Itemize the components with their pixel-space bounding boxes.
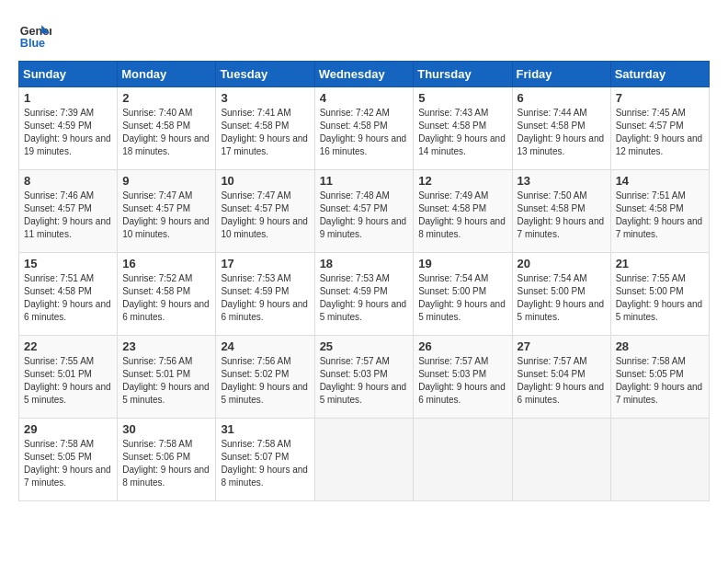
day-number: 23 [122, 339, 210, 353]
weekday-header: Thursday [414, 62, 512, 87]
day-info: Sunrise: 7:55 AM Sunset: 5:00 PM Dayligh… [616, 272, 704, 324]
day-info: Sunrise: 7:58 AM Sunset: 5:05 PM Dayligh… [616, 355, 704, 407]
calendar-day-cell: 10 Sunrise: 7:47 AM Sunset: 4:57 PM Dayl… [216, 170, 314, 253]
day-number: 26 [418, 339, 506, 353]
day-number: 6 [518, 91, 606, 105]
day-info: Sunrise: 7:56 AM Sunset: 5:01 PM Dayligh… [122, 355, 210, 407]
calendar-day-cell: 20 Sunrise: 7:54 AM Sunset: 5:00 PM Dayl… [512, 253, 610, 336]
weekday-header-row: SundayMondayTuesdayWednesdayThursdayFrid… [19, 62, 710, 87]
calendar-day-cell: 17 Sunrise: 7:53 AM Sunset: 4:59 PM Dayl… [216, 253, 314, 336]
calendar-week-row: 1 Sunrise: 7:39 AM Sunset: 4:59 PM Dayli… [19, 87, 710, 170]
day-number: 21 [616, 257, 704, 270]
day-number: 27 [518, 339, 606, 353]
calendar-day-cell: 28 Sunrise: 7:58 AM Sunset: 5:05 PM Dayl… [610, 336, 709, 419]
day-number: 2 [122, 91, 210, 105]
calendar-day-cell: 9 Sunrise: 7:47 AM Sunset: 4:57 PM Dayli… [118, 170, 216, 253]
calendar-day-cell: 19 Sunrise: 7:54 AM Sunset: 5:00 PM Dayl… [414, 253, 512, 336]
day-number: 12 [418, 174, 506, 188]
calendar-day-cell: 6 Sunrise: 7:44 AM Sunset: 4:58 PM Dayli… [512, 87, 610, 170]
day-number: 4 [320, 91, 409, 105]
calendar-day-cell: 18 Sunrise: 7:53 AM Sunset: 4:59 PM Dayl… [314, 253, 414, 336]
calendar-day-cell: 11 Sunrise: 7:48 AM Sunset: 4:57 PM Dayl… [314, 170, 414, 253]
day-info: Sunrise: 7:57 AM Sunset: 5:03 PM Dayligh… [320, 355, 409, 407]
calendar-day-cell: 3 Sunrise: 7:41 AM Sunset: 4:58 PM Dayli… [216, 87, 314, 170]
day-info: Sunrise: 7:48 AM Sunset: 4:57 PM Dayligh… [320, 190, 409, 241]
calendar-day-cell: 31 Sunrise: 7:58 AM Sunset: 5:07 PM Dayl… [216, 419, 314, 501]
calendar-day-cell: 5 Sunrise: 7:43 AM Sunset: 4:58 PM Dayli… [414, 87, 512, 170]
calendar-day-cell: 26 Sunrise: 7:57 AM Sunset: 5:03 PM Dayl… [414, 336, 512, 419]
day-info: Sunrise: 7:53 AM Sunset: 4:59 PM Dayligh… [221, 272, 309, 324]
day-number: 24 [221, 339, 309, 353]
day-info: Sunrise: 7:41 AM Sunset: 4:58 PM Dayligh… [221, 107, 309, 158]
day-number: 14 [616, 174, 704, 188]
calendar-day-cell [414, 419, 512, 501]
day-number: 31 [221, 422, 309, 436]
day-info: Sunrise: 7:55 AM Sunset: 5:01 PM Dayligh… [24, 355, 112, 407]
calendar-day-cell: 16 Sunrise: 7:52 AM Sunset: 4:58 PM Dayl… [118, 253, 216, 336]
day-number: 30 [122, 422, 210, 436]
day-info: Sunrise: 7:47 AM Sunset: 4:57 PM Dayligh… [221, 190, 309, 241]
calendar-week-row: 15 Sunrise: 7:51 AM Sunset: 4:58 PM Dayl… [19, 253, 710, 336]
day-number: 18 [320, 257, 409, 270]
day-info: Sunrise: 7:43 AM Sunset: 4:58 PM Dayligh… [418, 107, 506, 158]
calendar-day-cell: 8 Sunrise: 7:46 AM Sunset: 4:57 PM Dayli… [19, 170, 118, 253]
day-number: 15 [24, 257, 112, 270]
calendar-day-cell: 4 Sunrise: 7:42 AM Sunset: 4:58 PM Dayli… [314, 87, 414, 170]
calendar-week-row: 22 Sunrise: 7:55 AM Sunset: 5:01 PM Dayl… [19, 336, 710, 419]
day-info: Sunrise: 7:51 AM Sunset: 4:58 PM Dayligh… [24, 272, 112, 324]
calendar-week-row: 8 Sunrise: 7:46 AM Sunset: 4:57 PM Dayli… [19, 170, 710, 253]
calendar-day-cell [512, 419, 610, 501]
calendar-day-cell: 22 Sunrise: 7:55 AM Sunset: 5:01 PM Dayl… [19, 336, 118, 419]
calendar-day-cell: 21 Sunrise: 7:55 AM Sunset: 5:00 PM Dayl… [610, 253, 709, 336]
day-number: 3 [221, 91, 309, 105]
day-info: Sunrise: 7:42 AM Sunset: 4:58 PM Dayligh… [320, 107, 409, 158]
weekday-header: Monday [118, 62, 216, 87]
day-info: Sunrise: 7:52 AM Sunset: 4:58 PM Dayligh… [122, 272, 210, 324]
page-header: General Blue [18, 18, 710, 52]
day-number: 25 [320, 339, 409, 353]
day-info: Sunrise: 7:40 AM Sunset: 4:58 PM Dayligh… [122, 107, 210, 158]
day-number: 11 [320, 174, 409, 188]
day-number: 16 [122, 257, 210, 270]
calendar-day-cell [314, 419, 414, 501]
day-number: 20 [518, 257, 606, 270]
day-info: Sunrise: 7:54 AM Sunset: 5:00 PM Dayligh… [418, 272, 506, 324]
svg-text:Blue: Blue [20, 37, 45, 50]
day-number: 13 [518, 174, 606, 188]
day-number: 9 [122, 174, 210, 188]
day-number: 8 [24, 174, 112, 188]
weekday-header: Saturday [610, 62, 709, 87]
day-info: Sunrise: 7:39 AM Sunset: 4:59 PM Dayligh… [24, 107, 112, 158]
calendar-day-cell: 12 Sunrise: 7:49 AM Sunset: 4:58 PM Dayl… [414, 170, 512, 253]
calendar-day-cell: 27 Sunrise: 7:57 AM Sunset: 5:04 PM Dayl… [512, 336, 610, 419]
calendar-day-cell: 13 Sunrise: 7:50 AM Sunset: 4:58 PM Dayl… [512, 170, 610, 253]
weekday-header: Sunday [19, 62, 118, 87]
day-info: Sunrise: 7:58 AM Sunset: 5:05 PM Dayligh… [24, 438, 112, 489]
day-info: Sunrise: 7:58 AM Sunset: 5:07 PM Dayligh… [221, 438, 309, 489]
logo: General Blue [18, 18, 55, 52]
calendar-week-row: 29 Sunrise: 7:58 AM Sunset: 5:05 PM Dayl… [19, 419, 710, 501]
calendar-day-cell: 15 Sunrise: 7:51 AM Sunset: 4:58 PM Dayl… [19, 253, 118, 336]
day-number: 28 [616, 339, 704, 353]
day-info: Sunrise: 7:51 AM Sunset: 4:58 PM Dayligh… [616, 190, 704, 241]
day-info: Sunrise: 7:49 AM Sunset: 4:58 PM Dayligh… [418, 190, 506, 241]
calendar-day-cell: 7 Sunrise: 7:45 AM Sunset: 4:57 PM Dayli… [610, 87, 709, 170]
day-number: 1 [24, 91, 112, 105]
calendar-day-cell: 30 Sunrise: 7:58 AM Sunset: 5:06 PM Dayl… [118, 419, 216, 501]
day-number: 7 [616, 91, 704, 105]
calendar-day-cell: 2 Sunrise: 7:40 AM Sunset: 4:58 PM Dayli… [118, 87, 216, 170]
day-info: Sunrise: 7:47 AM Sunset: 4:57 PM Dayligh… [122, 190, 210, 241]
day-info: Sunrise: 7:44 AM Sunset: 4:58 PM Dayligh… [518, 107, 606, 158]
calendar-day-cell: 29 Sunrise: 7:58 AM Sunset: 5:05 PM Dayl… [19, 419, 118, 501]
calendar-day-cell: 24 Sunrise: 7:56 AM Sunset: 5:02 PM Dayl… [216, 336, 314, 419]
calendar-day-cell [610, 419, 709, 501]
calendar-day-cell: 25 Sunrise: 7:57 AM Sunset: 5:03 PM Dayl… [314, 336, 414, 419]
day-info: Sunrise: 7:45 AM Sunset: 4:57 PM Dayligh… [616, 107, 704, 158]
logo-icon: General Blue [18, 18, 51, 52]
weekday-header: Wednesday [314, 62, 414, 87]
day-info: Sunrise: 7:56 AM Sunset: 5:02 PM Dayligh… [221, 355, 309, 407]
day-info: Sunrise: 7:57 AM Sunset: 5:03 PM Dayligh… [418, 355, 506, 407]
day-number: 17 [221, 257, 309, 270]
day-info: Sunrise: 7:46 AM Sunset: 4:57 PM Dayligh… [24, 190, 112, 241]
day-number: 5 [418, 91, 506, 105]
